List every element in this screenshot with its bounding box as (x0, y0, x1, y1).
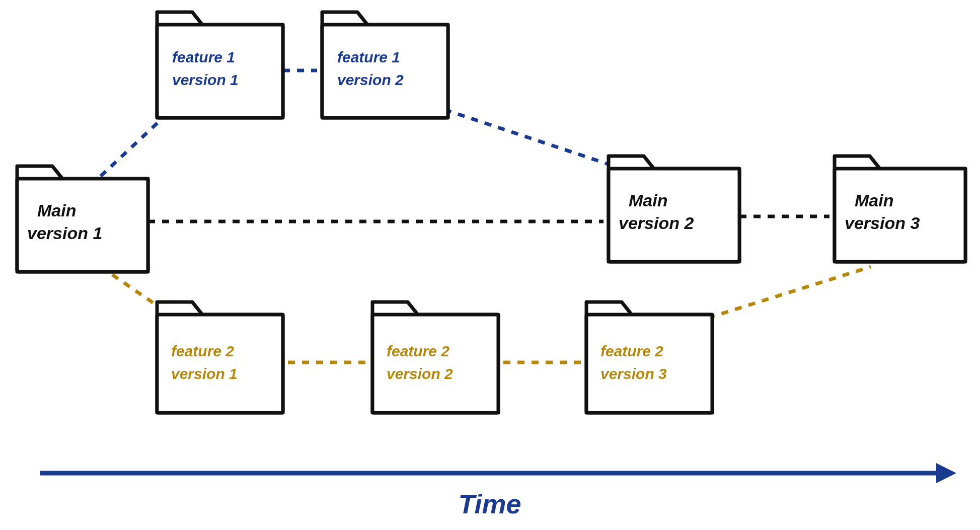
folder-main2: Main version 2 (609, 156, 739, 262)
svg-text:feature 2: feature 2 (171, 343, 234, 359)
folder-f2v3: feature 2 version 3 (586, 302, 712, 413)
folder-f2v2: feature 2 version 2 (372, 302, 498, 413)
folder-f1v2: feature 1 version 2 (322, 12, 448, 118)
svg-text:version 2: version 2 (387, 365, 453, 382)
svg-text:feature 1: feature 1 (172, 49, 235, 65)
diagram: Main version 1 Main version 2 Main versi… (0, 0, 980, 530)
svg-text:version 3: version 3 (600, 365, 667, 382)
svg-text:Main: Main (629, 191, 667, 210)
svg-text:version 1: version 1 (172, 71, 239, 88)
svg-text:Main: Main (37, 201, 76, 220)
svg-text:version 1: version 1 (171, 365, 238, 382)
time-label: Time (458, 489, 521, 519)
folder-main3: Main version 3 (835, 156, 965, 262)
svg-text:feature 2: feature 2 (387, 343, 449, 359)
svg-rect-27 (372, 315, 498, 413)
svg-rect-30 (586, 315, 712, 413)
svg-text:feature 1: feature 1 (337, 49, 400, 65)
folder-main1: Main version 1 (17, 166, 148, 272)
svg-marker-34 (936, 463, 956, 483)
svg-text:Main: Main (855, 191, 893, 210)
svg-text:version 3: version 3 (845, 213, 920, 233)
svg-text:version 2: version 2 (337, 71, 404, 88)
folder-f1v1: feature 1 version 1 (157, 12, 283, 118)
diagram-svg: Main version 1 Main version 2 Main versi… (0, 0, 980, 530)
svg-text:version 2: version 2 (619, 213, 694, 233)
svg-text:version 1: version 1 (27, 223, 102, 243)
svg-text:feature 2: feature 2 (600, 343, 663, 359)
svg-rect-24 (157, 315, 283, 413)
folder-f2v1: feature 2 version 1 (157, 302, 283, 413)
svg-line-8 (695, 267, 871, 322)
